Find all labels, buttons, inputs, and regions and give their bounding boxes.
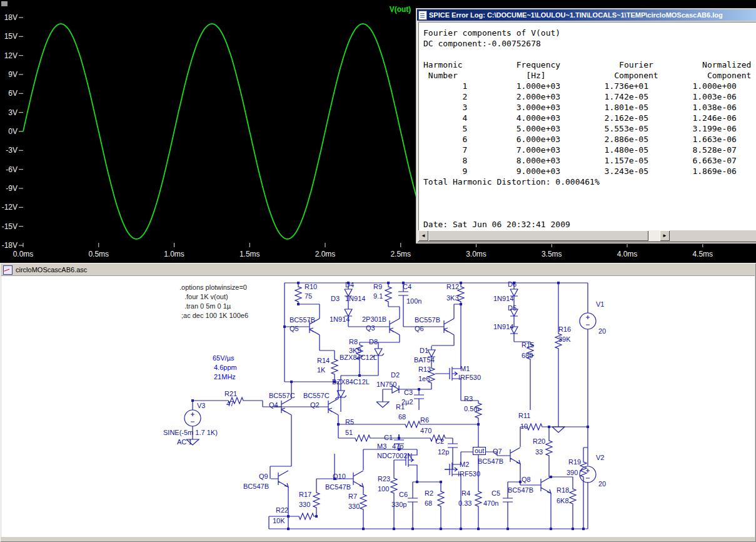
log-line: Harmonic Frequency Fourier Normalized xyxy=(423,59,756,70)
component-label: R19 xyxy=(568,458,581,466)
spice-error-log-window[interactable]: SPICE Error Log: C:\DOCUME~1\LOULOU~1.TI… xyxy=(416,8,756,243)
component-label: R13 xyxy=(418,366,431,373)
x-axis-label: 4.0ms xyxy=(610,250,645,258)
component-label: BZX84C12L xyxy=(340,354,377,361)
component-label: Q4 xyxy=(269,401,278,409)
component-label: 1N914 xyxy=(493,323,513,330)
schematic-canvas[interactable]: R1075D4D31N914R99.1C4100nR123K3D61N914D5… xyxy=(1,276,755,537)
scroll-right-button[interactable]: ► xyxy=(660,230,670,241)
log-line: Fourier components of V(out) xyxy=(423,28,756,38)
comment-annotation: 4.6ppm xyxy=(214,364,237,371)
scroll-track[interactable] xyxy=(648,230,660,241)
component-label: V1 xyxy=(596,300,604,308)
component-label: 75 xyxy=(305,292,312,300)
component-label: 100 xyxy=(378,485,389,493)
log-line: 3 3.000e+03 1.801e-05 1.038e-06 xyxy=(423,102,756,113)
component-label: D8 xyxy=(369,338,378,345)
y-axis-label: 3V xyxy=(0,108,18,117)
component-label: M2 xyxy=(460,461,469,468)
ltspice-desktop: { "plot": { "trace_label": "V(out)", "y_… xyxy=(0,0,756,542)
component-label: 1N914 xyxy=(493,295,513,302)
component-label: 1K xyxy=(317,366,325,374)
scroll-left-button[interactable]: ◄ xyxy=(418,230,428,241)
component-label: BC557B xyxy=(290,316,315,324)
log-line: 9 9.000e+03 3.243e-05 1.869e-06 xyxy=(423,166,756,176)
component-label: R11 xyxy=(518,412,530,419)
schematic-window[interactable]: circloMOScascAB6.asc R1075D4D31N914R99.1… xyxy=(0,263,756,542)
component-label: BC557C xyxy=(303,392,330,399)
component-label: R18 xyxy=(557,486,569,494)
component-label: R9 xyxy=(373,283,382,290)
y-axis-label: -12V xyxy=(0,203,18,212)
log-line: 7 7.000e+03 1.480e-05 8.528e-07 xyxy=(423,145,756,155)
component-label: R10 xyxy=(305,283,317,290)
component-label: 1e6 xyxy=(418,375,430,382)
component-label: BZX84C12L xyxy=(332,378,370,386)
y-axis-label: 18V xyxy=(0,13,18,22)
component-label: Q8 xyxy=(522,476,531,483)
component-label: Q9 xyxy=(259,473,268,480)
comment-annotation: 65V/µs xyxy=(213,354,234,362)
component-label: 20 xyxy=(598,327,606,335)
component-label: C1 xyxy=(384,434,393,441)
component-label: IRF530 xyxy=(458,470,480,478)
component-label: BC547B xyxy=(325,483,351,491)
component-label: Q10 xyxy=(333,473,346,480)
component-label: R8 xyxy=(349,338,358,345)
component-label: C2 xyxy=(435,437,444,445)
component-label: R1 xyxy=(396,403,405,411)
log-line: DC component:-0.00752678 xyxy=(423,38,756,49)
component-label: D5 xyxy=(508,304,517,312)
log-titlebar[interactable]: SPICE Error Log: C:\DOCUME~1\LOULOU~1.TI… xyxy=(417,9,756,21)
component-label: R7 xyxy=(348,493,357,500)
component-label: C6 xyxy=(399,491,408,498)
log-line: 8 8.000e+03 1.157e-05 6.663e-07 xyxy=(423,155,756,166)
component-label: D3 xyxy=(331,295,340,302)
log-content[interactable]: Fourier components of V(out)DC component… xyxy=(418,22,756,236)
component-label: 51 xyxy=(345,429,353,436)
schematic-bottom-frame xyxy=(1,537,755,541)
log-line: Total Harmonic Distortion: 0.000461% xyxy=(423,176,756,187)
x-axis-label: 3.0ms xyxy=(459,250,494,258)
component-label: 680 xyxy=(522,352,533,359)
x-axis-label: 3.5ms xyxy=(534,250,569,258)
component-label: 47p xyxy=(392,442,403,450)
component-label: 68 xyxy=(398,413,406,421)
component-label: 39K xyxy=(558,335,571,343)
x-axis-label: 0.0ms xyxy=(6,250,41,258)
component-label: BC547B xyxy=(478,458,503,465)
component-label: 470n xyxy=(483,499,498,507)
log-horizontal-scrollbar[interactable]: ◄ ► xyxy=(418,230,756,241)
component-label: R12 xyxy=(446,283,459,290)
x-axis-label: 1.5ms xyxy=(232,250,267,258)
component-label: AC 1 xyxy=(177,438,192,446)
component-label: NDC7002N xyxy=(377,452,412,459)
vout-trace[interactable] xyxy=(23,24,419,239)
component-label: R3 xyxy=(464,395,473,402)
component-label: BC557B xyxy=(415,316,440,324)
comment-annotation: 21MHz xyxy=(214,373,236,381)
component-label: 6K8 xyxy=(557,497,569,504)
component-label: R23 xyxy=(378,475,390,483)
spice-directive: .four 1K v(out) xyxy=(184,293,228,300)
component-label: 2P301B xyxy=(362,315,386,323)
spice-directive: ;ac dec 100 1K 100e6 xyxy=(181,312,248,319)
spice-directive: .tran 0 5m 0 1µ xyxy=(184,302,231,310)
component-label: 0.33 xyxy=(458,499,471,507)
log-title: SPICE Error Log: C:\DOCUME~1\LOULOU~1.TI… xyxy=(429,11,723,19)
component-label: 330 xyxy=(348,503,360,510)
scroll-thumb[interactable] xyxy=(428,230,648,241)
component-label: C3 xyxy=(404,389,413,396)
y-axis-label: -3V xyxy=(0,146,18,155)
component-label: V2 xyxy=(596,454,604,461)
component-label: 390 xyxy=(567,469,578,476)
schematic-titlebar[interactable]: circloMOScascAB6.asc xyxy=(1,264,755,276)
component-label: D6 xyxy=(508,280,517,288)
component-label: C4 xyxy=(403,283,411,290)
component-label: IRF530 xyxy=(458,374,481,381)
component-label: Q6 xyxy=(415,325,424,332)
component-label: R14 xyxy=(317,357,330,364)
component-label: D4 xyxy=(345,281,354,289)
component-label: 10 xyxy=(520,422,528,430)
y-axis-label: -6V xyxy=(0,165,18,174)
